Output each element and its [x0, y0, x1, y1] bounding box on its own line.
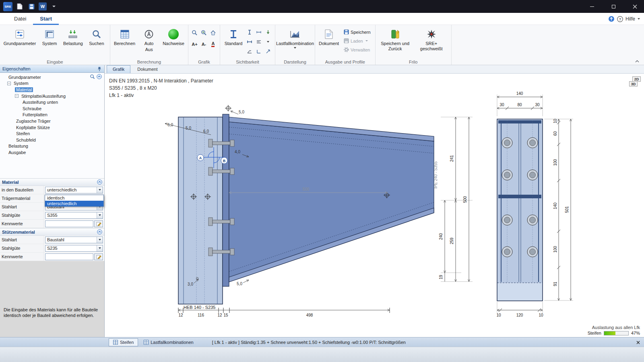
frilo-upload-icon[interactable] — [608, 16, 615, 22]
document-icon — [324, 28, 333, 40]
tree-search-icon[interactable] — [90, 74, 95, 79]
sre-geschweisst-button[interactable]: SRE+ geschweißt — [414, 26, 449, 52]
tree-item-ausgabe[interactable]: Ausgabe — [0, 149, 104, 156]
tree-item-steifen[interactable]: Steifen — [0, 130, 104, 137]
suchen-button[interactable]: Suchen — [85, 26, 108, 47]
svg-text:5,0: 5,0 — [239, 110, 244, 114]
tree-item-zuglasche-traeger[interactable]: Zuglasche Träger — [0, 118, 104, 124]
save-and-back-icon — [390, 28, 400, 40]
view-3d-button[interactable]: 3D — [629, 81, 638, 86]
stuetze-kennwerte-field[interactable] — [45, 253, 93, 260]
tree-item-stirnplatte[interactable]: −Stirnplatte/Aussteifung — [0, 93, 104, 99]
collapse-expander-icon[interactable]: − — [15, 94, 19, 98]
prop-row-stahlguete: Stahlgüte S355 — [0, 211, 104, 220]
rotate-view-button[interactable] — [264, 47, 272, 56]
show-loads-button[interactable] — [264, 28, 272, 36]
tree-item-aussteifung-unten[interactable]: Aussteifung unten — [0, 99, 104, 105]
maximize-button[interactable] — [604, 0, 623, 13]
zoom-in-button[interactable] — [200, 29, 208, 37]
show-labels-button[interactable] — [255, 37, 263, 46]
pin-icon[interactable] — [97, 66, 102, 72]
close-button[interactable] — [625, 0, 644, 13]
button-label: Lastfallkombination — [276, 41, 314, 46]
quick-access-chevron-icon[interactable] — [50, 2, 58, 11]
status-tab-lastfallkombinationen[interactable]: Lastfallkombinationen — [139, 338, 198, 346]
tree-item-belastung[interactable]: Belastung — [0, 143, 104, 150]
zoom-select-button[interactable] — [190, 29, 199, 37]
tree-item-grundparameter[interactable]: Grundparameter — [0, 74, 104, 80]
stuetze-stahlart-combo[interactable]: Baustahl — [45, 237, 103, 243]
new-document-icon[interactable] — [15, 2, 24, 11]
zoom-home-button[interactable] — [209, 29, 217, 37]
ribbon-collapse-button[interactable] — [634, 58, 641, 64]
tree-item-schraube[interactable]: Schraube — [0, 105, 104, 112]
belastung-button[interactable]: Belastung — [62, 26, 85, 47]
svg-text:12: 12 — [178, 313, 183, 317]
collapse-all-icon[interactable] — [97, 74, 102, 79]
tab-datei[interactable]: Datei — [7, 13, 33, 25]
word-export-icon[interactable]: W — [39, 2, 47, 10]
tree-item-system[interactable]: −System — [0, 80, 104, 87]
stahlguete-combo[interactable]: S355 — [45, 212, 103, 219]
profil-laden-button[interactable]: Laden — [341, 37, 373, 45]
status-tab-steifen[interactable]: Steifen — [109, 338, 138, 346]
profil-verwalten-button[interactable]: Verwalten — [341, 46, 373, 53]
save-icon[interactable] — [27, 2, 36, 11]
graphic-view[interactable]: A B 5,0 — [105, 74, 644, 337]
status-close-button[interactable] — [635, 339, 641, 346]
stuetze-kennwerte-edit-button[interactable] — [94, 253, 103, 260]
berechnen-button[interactable]: Berechnen — [112, 26, 137, 47]
svg-text:19: 19 — [439, 275, 443, 280]
dropdown-option-identisch[interactable]: identisch — [45, 195, 103, 201]
speichern-und-zurueck-button[interactable]: Speichern und Zurück — [378, 26, 413, 52]
show-column-button[interactable] — [246, 28, 254, 36]
material-section-header[interactable]: Material — [0, 178, 104, 186]
lastfallkombination-button[interactable]: Lastfallkombination — [277, 26, 313, 49]
show-axes-button[interactable] — [255, 47, 263, 56]
font-color-button[interactable]: A — [209, 40, 217, 48]
properties-panel-header: Eigenschaften — [0, 65, 104, 73]
home-icon — [210, 30, 216, 36]
more-visibility-button[interactable] — [264, 37, 272, 46]
font-decrease-button[interactable]: A- — [200, 40, 208, 48]
auto-button[interactable]: Auto Aus — [138, 26, 160, 53]
grundparameter-button[interactable]: Grundparameter — [2, 26, 37, 47]
font-increase-button[interactable]: A+ — [190, 40, 199, 48]
button-label: Nachweise — [163, 41, 184, 46]
app-logo[interactable]: SRE — [3, 2, 12, 11]
stuetzenmaterial-section-header[interactable]: Stützenmaterial — [0, 228, 104, 236]
tab-dokument[interactable]: Dokument — [131, 65, 163, 73]
tab-start[interactable]: Start — [33, 13, 59, 25]
tree-item-schubfeld[interactable]: Schubfeld — [0, 137, 104, 143]
bauteile-combo[interactable]: unterschiedlich — [45, 187, 103, 193]
show-dimensions-button[interactable] — [255, 28, 263, 36]
dropdown-option-unterschiedlich[interactable]: unterschiedlich — [45, 201, 103, 206]
kennwerte-edit-button[interactable] — [94, 220, 103, 227]
collapse-expander-icon[interactable]: − — [7, 82, 11, 85]
stuetze-stahlguete-combo[interactable]: S235 — [45, 245, 103, 252]
tree-item-material[interactable]: Material — [0, 86, 104, 93]
ribbon: Grundparameter System Belastung Suchen E… — [0, 25, 644, 65]
tree-item-kopfplatte-stuetze[interactable]: Kopfplatte Stütze — [0, 124, 104, 131]
minimize-button[interactable] — [583, 0, 601, 13]
view-toggle: 2D 3D — [627, 76, 641, 88]
tab-grafik[interactable]: Grafik — [107, 65, 130, 73]
svg-text:6,0: 6,0 — [167, 123, 173, 127]
kennwerte-field[interactable] — [45, 220, 93, 227]
tree-item-futterplatten[interactable]: Futterplatten — [0, 112, 104, 118]
end-plate-shape — [223, 114, 229, 286]
stiffener-shape — [498, 195, 541, 198]
nachweise-button[interactable]: Nachweise — [161, 26, 186, 47]
help-label[interactable]: Hilfe — [625, 16, 635, 22]
system-button[interactable]: System — [38, 26, 61, 47]
profil-speichern-button[interactable]: Speichern — [341, 28, 373, 36]
show-welds-button[interactable] — [246, 47, 254, 56]
help-icon[interactable]: ? — [617, 16, 623, 22]
show-beam-button[interactable] — [246, 37, 254, 46]
dokument-button[interactable]: Dokument — [317, 26, 341, 47]
svg-text:3,0: 3,0 — [188, 282, 193, 286]
prop-row-bauteile: in den Bauteilen unterschiedlich — [0, 186, 104, 194]
svg-text:5,0: 5,0 — [237, 282, 242, 286]
properties-panel: Eigenschaften Grundparameter −System Mat… — [0, 65, 105, 337]
standard-button[interactable]: Standard — [222, 26, 245, 47]
